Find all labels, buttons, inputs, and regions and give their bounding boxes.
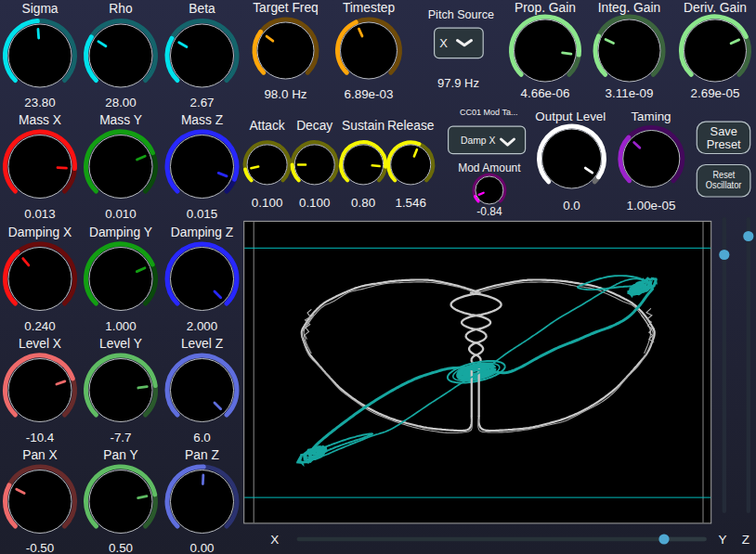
svg-text:Deriv. Gain: Deriv. Gain [684, 1, 747, 15]
svg-text:Level X: Level X [19, 337, 61, 351]
svg-text:0.013: 0.013 [24, 207, 56, 221]
svg-text:Pan Z: Pan Z [185, 448, 219, 462]
svg-text:Damping Y: Damping Y [89, 225, 152, 239]
svg-text:Attack: Attack [249, 119, 284, 133]
svg-text:4.66e-06: 4.66e-06 [521, 86, 570, 100]
svg-text:-10.4: -10.4 [26, 431, 55, 444]
svg-text:3.11e-09: 3.11e-09 [606, 86, 654, 100]
svg-text:1.000: 1.000 [105, 319, 137, 333]
svg-text:-7.7: -7.7 [110, 431, 131, 444]
svg-text:0.0: 0.0 [563, 199, 580, 213]
svg-text:Pan Y: Pan Y [103, 448, 137, 462]
svg-text:Z: Z [742, 533, 749, 547]
svg-text:Mass Y: Mass Y [99, 113, 142, 127]
svg-text:Level Y: Level Y [99, 337, 142, 351]
svg-text:Integ. Gain: Integ. Gain [598, 1, 661, 15]
svg-text:Pitch Source: Pitch Source [428, 8, 494, 21]
svg-text:97.9 Hz: 97.9 Hz [437, 76, 479, 90]
svg-text:Sustain: Sustain [342, 119, 385, 133]
svg-text:Y: Y [718, 533, 726, 547]
svg-text:98.0 Hz: 98.0 Hz [264, 87, 306, 101]
svg-text:2.67: 2.67 [189, 96, 214, 110]
svg-text:Output Level: Output Level [535, 110, 606, 123]
svg-text:X: X [270, 533, 279, 547]
svg-text:Pan X: Pan X [22, 448, 58, 462]
svg-text:0.015: 0.015 [187, 207, 218, 221]
svg-text:-0.50: -0.50 [26, 541, 55, 554]
svg-text:Oscillator: Oscillator [706, 179, 742, 190]
svg-text:Sigma: Sigma [21, 2, 58, 16]
svg-text:23.80: 23.80 [24, 96, 56, 110]
svg-text:X: X [439, 36, 448, 50]
svg-text:0.100: 0.100 [252, 196, 283, 210]
svg-text:Damping X: Damping X [8, 225, 72, 239]
svg-text:Prop. Gain: Prop. Gain [515, 1, 576, 15]
svg-text:Beta: Beta [189, 2, 215, 16]
svg-text:0.100: 0.100 [299, 196, 331, 210]
svg-text:Decay: Decay [296, 119, 332, 133]
svg-text:0.010: 0.010 [105, 207, 137, 221]
svg-text:-0.84: -0.84 [476, 205, 502, 218]
svg-text:28.00: 28.00 [105, 96, 137, 110]
svg-text:2.69e-05: 2.69e-05 [691, 86, 740, 100]
svg-text:6.0: 6.0 [193, 431, 211, 444]
svg-text:Mass X: Mass X [19, 113, 61, 127]
svg-text:Level Z: Level Z [181, 337, 223, 351]
svg-text:1.546: 1.546 [395, 196, 426, 210]
svg-text:0.00: 0.00 [189, 541, 214, 554]
svg-text:6.89e-03: 6.89e-03 [345, 87, 394, 101]
svg-text:Target Freq: Target Freq [253, 1, 319, 15]
svg-text:Mass Z: Mass Z [181, 113, 223, 127]
svg-text:Mod Amount: Mod Amount [458, 161, 521, 174]
svg-text:Timestep: Timestep [343, 1, 396, 15]
svg-text:CC01 Mod Ta...: CC01 Mod Ta... [460, 108, 517, 117]
svg-text:Preset: Preset [707, 137, 741, 151]
svg-text:Rho: Rho [109, 2, 133, 16]
svg-text:0.80: 0.80 [351, 196, 375, 210]
svg-text:2.000: 2.000 [187, 319, 218, 333]
svg-text:Taming: Taming [631, 110, 671, 123]
svg-text:0.240: 0.240 [24, 319, 56, 333]
svg-text:Release: Release [387, 119, 435, 133]
svg-text:0.50: 0.50 [109, 541, 133, 554]
svg-text:Damp X: Damp X [461, 134, 496, 147]
svg-text:1.00e-05: 1.00e-05 [627, 199, 676, 213]
svg-text:Damping Z: Damping Z [171, 225, 233, 239]
